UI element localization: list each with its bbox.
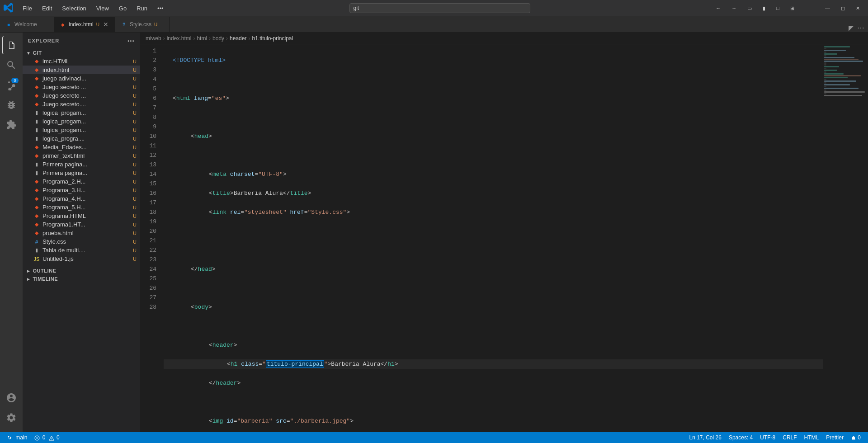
modified-indicator: U xyxy=(133,239,137,245)
tab-style-css[interactable]: # Style.css U xyxy=(115,17,170,32)
code-line-13 xyxy=(164,283,823,293)
file-programa2[interactable]: ◆ Programa_2.H... U xyxy=(23,177,140,186)
breadcrumb-body[interactable]: body xyxy=(212,35,224,42)
file-juego-sec1[interactable]: ◆ Juego secreto ... U xyxy=(23,83,140,91)
breadcrumb-h1[interactable]: h1.titulo-principal xyxy=(252,35,293,42)
status-spaces[interactable]: Spaces: 4 xyxy=(725,434,756,441)
breadcrumb-header[interactable]: header xyxy=(230,35,246,42)
file-logica1[interactable]: ▮ logica_progam... U xyxy=(23,108,140,117)
file-imc-html[interactable]: ◆ imc.HTML U xyxy=(23,57,140,66)
activity-account[interactable] xyxy=(2,389,20,407)
timeline-section[interactable]: ► TIMELINE xyxy=(23,275,140,283)
menu-selection[interactable]: Selection xyxy=(57,3,90,14)
file-name: imc.HTML xyxy=(42,58,130,65)
nav-back[interactable]: ← xyxy=(711,4,725,13)
status-encoding[interactable]: UTF-8 xyxy=(756,434,779,441)
text-file-icon: ▮ xyxy=(33,136,40,142)
file-primera2[interactable]: ▮ Primera pagina... U xyxy=(23,169,140,177)
sidebar-title: Explorer xyxy=(28,38,59,43)
activity-explorer[interactable] xyxy=(2,36,20,54)
title-search-input[interactable] xyxy=(349,3,530,13)
activity-debug[interactable] xyxy=(2,96,20,114)
nav-forward[interactable]: → xyxy=(727,4,741,13)
menu-view[interactable]: View xyxy=(92,3,113,14)
title-bar: File Edit Selection View Go Run ••• ← → … xyxy=(0,0,868,16)
file-media[interactable]: ◆ Media_Edades... U xyxy=(23,143,140,151)
file-programa1[interactable]: ◆ Programa1.HT... U xyxy=(23,220,140,229)
file-juego-sec2[interactable]: ◆ Juego secreto ... U xyxy=(23,91,140,100)
file-logica3[interactable]: ▮ logica_progam... U xyxy=(23,126,140,134)
file-prueba[interactable]: ◆ prueba.html U xyxy=(23,229,140,237)
menu-file[interactable]: File xyxy=(18,3,37,14)
status-notifications[interactable]: 0 xyxy=(847,434,864,441)
restore-button[interactable]: ◻ xyxy=(836,4,849,13)
minimap xyxy=(823,44,868,432)
status-formatter[interactable]: Prettier xyxy=(822,434,847,441)
outline-section[interactable]: ► OUTLINE xyxy=(23,267,140,275)
timeline-arrow-icon: ► xyxy=(26,277,31,282)
file-primer-text[interactable]: ◆ primer_text.html U xyxy=(23,151,140,160)
file-primera1[interactable]: ▮ Primera pagina... U xyxy=(23,160,140,169)
file-name: Programa_5.H... xyxy=(42,204,130,211)
status-errors[interactable]: 0 0 xyxy=(31,434,63,441)
menu-run[interactable]: Run xyxy=(132,3,152,14)
breadcrumb-sep1: › xyxy=(163,35,165,42)
layout-1[interactable]: ▭ xyxy=(743,4,756,13)
breadcrumb-html[interactable]: html xyxy=(197,35,207,42)
more-actions-icon[interactable]: ⋯ xyxy=(857,24,864,32)
file-programa4[interactable]: ◆ Programa_4.H... U xyxy=(23,194,140,203)
layout-2[interactable]: ▮ xyxy=(758,4,770,13)
activity-extensions[interactable] xyxy=(2,116,20,134)
status-language[interactable]: HTML xyxy=(801,434,823,441)
menu-bar[interactable]: File Edit Selection View Go Run ••• xyxy=(18,3,168,14)
activity-source-control[interactable]: 0 xyxy=(2,76,20,94)
breadcrumb-index-html[interactable]: index.html xyxy=(167,35,192,42)
breadcrumb-sep3: › xyxy=(209,35,211,42)
layout-3[interactable]: □ xyxy=(772,4,784,13)
code-content[interactable]: <!DOCTYPE html> <html lang="es"> <head> … xyxy=(164,44,823,432)
file-tabla[interactable]: ▮ Tabla de multi.... U xyxy=(23,246,140,254)
file-programa5[interactable]: ◆ Programa_5.H... U xyxy=(23,203,140,212)
warning-count: 0 xyxy=(57,434,60,441)
tree-section-git[interactable]: ▼ GIT xyxy=(23,49,140,57)
close-button[interactable]: ✕ xyxy=(851,4,864,13)
file-name: Primera pagina... xyxy=(42,170,130,176)
file-logica4[interactable]: ▮ logica_progra.... U xyxy=(23,134,140,143)
code-line-16: <header> xyxy=(164,340,823,350)
activity-search[interactable] xyxy=(2,56,20,74)
split-editor-icon[interactable]: ◤ xyxy=(849,24,854,32)
menu-go[interactable]: Go xyxy=(114,3,131,14)
status-line-ending[interactable]: CRLF xyxy=(779,434,800,441)
file-name: Tabla de multi.... xyxy=(42,247,130,254)
html-file-icon: ◆ xyxy=(33,93,40,99)
file-name: logica_progam... xyxy=(42,118,130,125)
file-name: Media_Edades... xyxy=(42,144,130,151)
sidebar-more-icon[interactable]: ⋯ xyxy=(127,37,135,45)
breadcrumb-miweb[interactable]: miweb xyxy=(146,35,161,42)
file-name: Untitled-1.js xyxy=(42,255,130,262)
minimize-button[interactable]: — xyxy=(821,4,835,13)
file-untitled-js[interactable]: JS Untitled-1.js U xyxy=(23,254,140,263)
file-juego-adiv[interactable]: ◆ juego adivinaci... U xyxy=(23,74,140,83)
status-position[interactable]: Ln 17, Col 26 xyxy=(685,434,725,441)
file-juego-sec3[interactable]: ◆ Juego secreto.... U xyxy=(23,100,140,108)
status-branch[interactable]: main xyxy=(4,434,31,441)
tab-welcome[interactable]: ■ Welcome xyxy=(0,17,54,32)
tab-close-icon[interactable]: ✕ xyxy=(102,21,109,28)
layout-4[interactable]: ⊞ xyxy=(786,4,799,13)
activity-settings[interactable] xyxy=(2,409,20,427)
file-index-html[interactable]: ◆ index.html U xyxy=(23,66,140,74)
activity-bar: 0 xyxy=(0,33,23,432)
code-line-1: <!DOCTYPE html> xyxy=(164,56,823,65)
html-file-icon: ◆ xyxy=(33,153,40,159)
menu-edit[interactable]: Edit xyxy=(38,3,57,14)
file-programa3[interactable]: ◆ Programa_3.H... U xyxy=(23,186,140,194)
menu-more[interactable]: ••• xyxy=(153,3,168,14)
modified-indicator: U xyxy=(133,85,137,90)
file-style-css[interactable]: # Style.css U xyxy=(23,237,140,246)
file-programa-html[interactable]: ◆ Programa.HTML U xyxy=(23,212,140,220)
file-logica2[interactable]: ▮ logica_progam... U xyxy=(23,117,140,126)
file-name: prueba.html xyxy=(42,230,130,236)
modified-indicator: U xyxy=(133,102,137,107)
tab-index-html[interactable]: ◆ index.html U ✕ xyxy=(54,17,115,32)
